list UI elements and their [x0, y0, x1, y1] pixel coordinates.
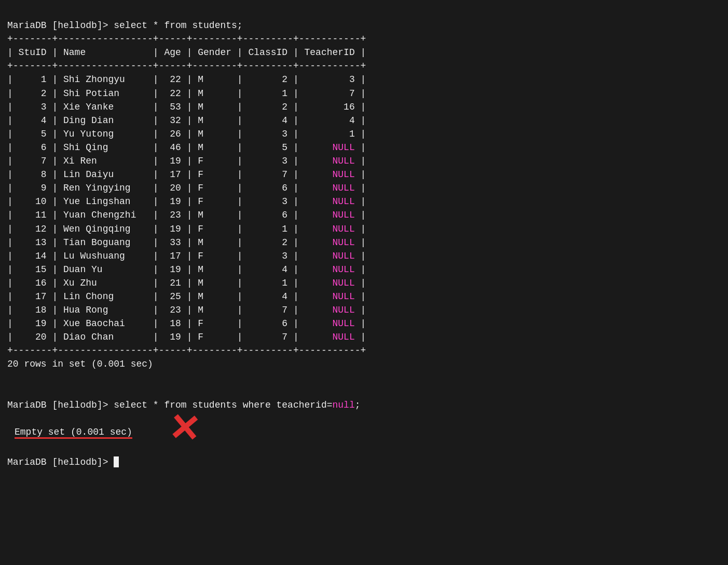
row-13: | 13 | Tian Boguang | 33 | M | 2 | NULL … — [7, 237, 366, 248]
null-value-7: NULL — [333, 156, 355, 166]
row-5: | 5 | Yu Yutong | 26 | M | 3 | 1 | — [7, 129, 366, 139]
row-1: | 1 | Shi Zhongyu | 22 | M | 2 | 3 | — [7, 74, 366, 85]
row-8: | 8 | Lin Daiyu | 17 | F | 7 | NULL | — [7, 169, 366, 180]
row-count: 20 rows in set (0.001 sec) — [7, 359, 153, 369]
null-value-13: NULL — [333, 237, 355, 248]
separator-top: +-------+-----------------+-----+-------… — [7, 34, 366, 44]
underline-annotation: Empty set (0.001 sec) — [15, 425, 132, 439]
null-keyword: null — [333, 400, 355, 410]
null-value-8: NULL — [333, 169, 355, 180]
null-value-10: NULL — [333, 196, 355, 207]
command-line-1: MariaDB [hellodb]> select * from student… — [7, 20, 243, 31]
prompt-3: MariaDB [hellodb]> — [7, 457, 114, 467]
null-value-19: NULL — [333, 318, 355, 329]
annotation-container: Empty set (0.001 sec) ✕ — [15, 425, 132, 439]
null-value-11: NULL — [333, 210, 355, 220]
separator-bottom: +-------+-----------------+-----+-------… — [7, 345, 366, 356]
row-18: | 18 | Hua Rong | 23 | M | 7 | NULL | — [7, 305, 366, 315]
command2-prefix: MariaDB [hellodb]> select * from student… — [7, 400, 333, 410]
null-value-9: NULL — [333, 183, 355, 193]
prompt-line: MariaDB [hellodb]> — [7, 442, 721, 469]
row-7: | 7 | Xi Ren | 19 | F | 3 | NULL | — [7, 156, 366, 166]
null-value-14: NULL — [333, 251, 355, 261]
row-9: | 9 | Ren Yingying | 20 | F | 6 | NULL | — [7, 183, 366, 193]
row-10: | 10 | Yue Lingshan | 19 | F | 3 | NULL … — [7, 196, 366, 207]
null-value-17: NULL — [333, 291, 355, 302]
row-15: | 15 | Duan Yu | 19 | M | 4 | NULL | — [7, 264, 366, 275]
row-20: | 20 | Diao Chan | 19 | F | 7 | NULL | — [7, 332, 366, 342]
table-header: | StuID | Name | Age | Gender | ClassID … — [7, 47, 366, 58]
cursor — [114, 456, 119, 468]
command2-suffix: ; — [355, 400, 361, 410]
red-underline — [15, 437, 132, 439]
row-19: | 19 | Xue Baochai | 18 | F | 6 | NULL | — [7, 318, 366, 329]
empty-set-text: Empty set (0.001 sec) — [15, 427, 132, 437]
row-12: | 12 | Wen Qingqing | 19 | F | 1 | NULL … — [7, 224, 366, 234]
row-14: | 14 | Lu Wushuang | 17 | F | 3 | NULL | — [7, 251, 366, 261]
row-3: | 3 | Xie Yanke | 53 | M | 2 | 16 | — [7, 102, 366, 112]
row-2: | 2 | Shi Potian | 22 | M | 1 | 7 | — [7, 88, 366, 99]
null-value-18: NULL — [333, 305, 355, 315]
separator-header: +-------+-----------------+-----+-------… — [7, 61, 366, 71]
row-6: | 6 | Shi Qing | 46 | M | 5 | NULL | — [7, 142, 366, 153]
row-4: | 4 | Ding Dian | 32 | M | 4 | 4 | — [7, 115, 366, 126]
null-value-15: NULL — [333, 264, 355, 275]
row-16: | 16 | Xu Zhu | 21 | M | 1 | NULL | — [7, 278, 366, 288]
null-value-16: NULL — [333, 278, 355, 288]
terminal-window: MariaDB [hellodb]> select * from student… — [7, 5, 721, 425]
command-line-2: MariaDB [hellodb]> select * from student… — [7, 400, 361, 410]
null-value-12: NULL — [333, 224, 355, 234]
null-value-20: NULL — [333, 332, 355, 342]
null-value-6: NULL — [333, 142, 355, 153]
row-17: | 17 | Lin Chong | 25 | M | 4 | NULL | — [7, 291, 366, 302]
row-11: | 11 | Yuan Chengzhi | 23 | M | 6 | NULL… — [7, 210, 366, 220]
